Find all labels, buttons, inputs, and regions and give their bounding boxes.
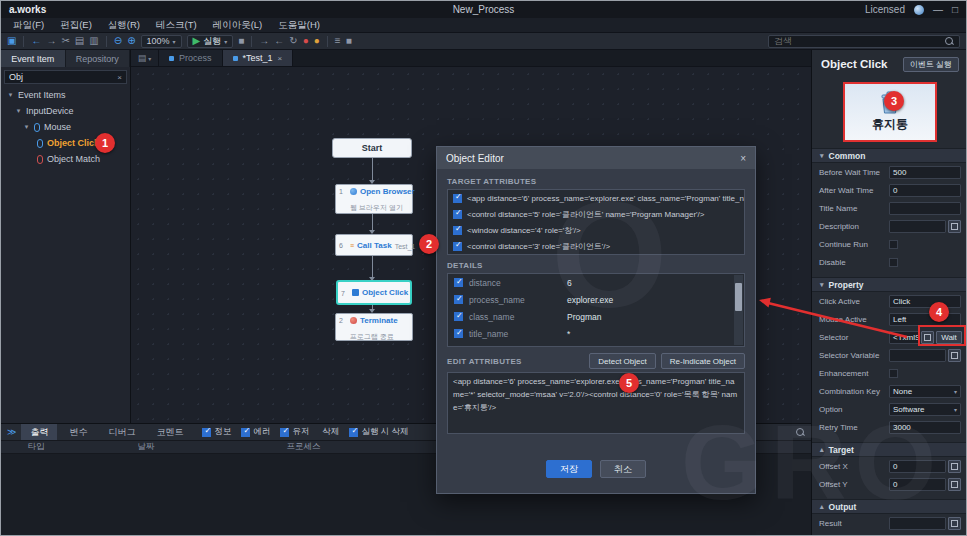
section-common[interactable]: ▾ Common	[812, 148, 967, 163]
node-terminate[interactable]: 2 Terminate 프로그램 종료	[335, 313, 413, 341]
target-attributes-list[interactable]: <app distance='6' process_name='explorer…	[447, 189, 745, 255]
detail-row[interactable]: class_name Progman	[448, 308, 744, 325]
save-button[interactable]: 저장	[546, 460, 592, 478]
refresh-icon[interactable]: ↻	[289, 36, 297, 46]
delete-log-button[interactable]: 삭제	[322, 426, 339, 438]
details-list[interactable]: distance 6 process_name explorer.exe cla…	[447, 273, 745, 347]
offset-x-input[interactable]: 0	[889, 460, 946, 473]
filter-info[interactable]: 정보	[202, 426, 231, 438]
run-event-button[interactable]: 이벤트 실행	[903, 57, 959, 72]
redo-icon[interactable]: →	[46, 36, 56, 46]
edit-attributes-textarea[interactable]: <app distance='6' process_name='explorer…	[447, 372, 745, 434]
node-call-task[interactable]: 6 ≡ Call Task Test_1	[335, 234, 413, 256]
close-icon[interactable]: ×	[740, 153, 746, 164]
tab-repository[interactable]: Repository	[66, 50, 131, 67]
checkbox[interactable]	[453, 242, 462, 251]
target-attr-row[interactable]: <control distance='5' role='클라이언트' name=…	[448, 206, 744, 222]
search-icon[interactable]	[945, 37, 954, 46]
offset-y-input[interactable]: 0	[889, 478, 946, 491]
zoom-in-icon[interactable]: ⊕	[127, 36, 135, 46]
menu-layout[interactable]: 레이아웃(L)	[205, 19, 271, 32]
tree-item-object-match[interactable]: Object Match	[1, 151, 130, 167]
zoom-level-dropdown[interactable]: 100% ▾	[141, 35, 182, 48]
menu-run[interactable]: 실행(R)	[100, 19, 148, 32]
zoom-out-icon[interactable]: ⊖	[114, 36, 122, 46]
checkbox[interactable]	[241, 428, 250, 437]
node-open-browser[interactable]: 1 Open Browser 웹 브라우저 열기	[335, 184, 413, 214]
tree-item-inputdevice[interactable]: ▾ InputDevice	[1, 103, 130, 119]
save-icon[interactable]: ▣	[7, 36, 16, 46]
step-into-icon[interactable]: ←	[274, 36, 284, 46]
tab-test1[interactable]: *Test_1 ×	[223, 50, 294, 66]
tree-expand-icon[interactable]: ▾	[15, 107, 22, 115]
step-over-icon[interactable]: →	[259, 36, 269, 46]
marker-icon[interactable]: ●	[314, 36, 320, 46]
record-icon[interactable]: ●	[303, 36, 309, 46]
global-search-box[interactable]	[768, 35, 960, 48]
global-search-input[interactable]	[774, 36, 945, 46]
stop-icon[interactable]: ■	[238, 36, 244, 46]
checkbox[interactable]	[454, 295, 463, 304]
menu-task[interactable]: 테스크(T)	[148, 19, 205, 32]
scrollbar-thumb[interactable]	[735, 283, 742, 311]
mouse-active-input[interactable]: Left	[889, 313, 961, 326]
layout-icon[interactable]: ■	[346, 36, 352, 46]
menu-help[interactable]: 도움말(H)	[270, 19, 328, 32]
expand-editor-icon[interactable]	[948, 460, 961, 473]
filter-error[interactable]: 에러	[241, 426, 270, 438]
title-name-input[interactable]	[889, 202, 961, 215]
detail-row[interactable]: process_name explorer.exe	[448, 291, 744, 308]
paste-icon[interactable]: ▥	[89, 36, 98, 46]
cut-icon[interactable]: ✂	[61, 36, 69, 46]
tab-comment[interactable]: 코멘트	[147, 424, 192, 440]
reindicate-object-button[interactable]: Re-Indicate Object	[661, 353, 745, 369]
checkbox[interactable]	[454, 312, 463, 321]
log-search-icon[interactable]	[796, 428, 805, 437]
checkbox[interactable]	[454, 278, 463, 287]
selector-input[interactable]: <TxmlSe	[889, 331, 919, 344]
copy-icon[interactable]: ▤	[75, 36, 84, 46]
tab-output[interactable]: 출력	[21, 424, 57, 440]
user-avatar[interactable]	[914, 5, 924, 15]
checkbox[interactable]	[453, 210, 462, 219]
disable-checkbox[interactable]	[889, 258, 898, 267]
click-active-input[interactable]: Click	[889, 295, 961, 308]
menu-edit[interactable]: 편집(E)	[52, 19, 100, 32]
tree-expand-icon[interactable]: ▾	[7, 91, 14, 99]
file-tab-menu[interactable]: ▤ ▾	[131, 50, 159, 66]
detail-row[interactable]: title_name *	[448, 325, 744, 342]
target-attr-row[interactable]: <control distance='3' role='클라이언트'/>	[448, 238, 744, 254]
run-button[interactable]: ▶ 실행 ▾	[187, 35, 234, 48]
expand-editor-icon[interactable]	[948, 517, 961, 530]
clear-search-icon[interactable]: ×	[117, 73, 122, 82]
maximize-icon[interactable]: □	[952, 4, 958, 15]
option-select[interactable]: Software ▾	[889, 403, 961, 416]
node-object-click[interactable]: 7 Object Click	[337, 281, 411, 304]
collapse-panel-icon[interactable]: ≫	[7, 427, 16, 437]
continue-run-checkbox[interactable]	[889, 240, 898, 249]
checkbox[interactable]	[202, 428, 211, 437]
combination-key-select[interactable]: None ▾	[889, 385, 961, 398]
description-input[interactable]	[889, 220, 946, 233]
checkbox[interactable]	[280, 428, 289, 437]
menu-file[interactable]: 파일(F)	[5, 19, 52, 32]
tree-item-event-items[interactable]: ▾ Event Items	[1, 87, 130, 103]
before-wait-time-input[interactable]: 500	[889, 166, 961, 179]
event-search-input[interactable]	[9, 72, 117, 82]
target-attr-row[interactable]: <app distance='6' process_name='explorer…	[448, 190, 744, 206]
expand-editor-icon[interactable]	[948, 349, 961, 362]
checkbox[interactable]	[453, 226, 462, 235]
align-icon[interactable]: ≡	[335, 36, 341, 46]
filter-delete-on-run[interactable]: 실행 시 삭제	[349, 426, 408, 438]
tree-item-mouse[interactable]: ▾ Mouse	[1, 119, 130, 135]
event-search-box[interactable]: ×	[4, 70, 127, 84]
checkbox[interactable]	[454, 329, 463, 338]
tab-process[interactable]: Process	[159, 50, 223, 66]
details-scrollbar[interactable]	[734, 275, 743, 345]
checkbox[interactable]	[349, 428, 358, 437]
cancel-button[interactable]: 취소	[600, 460, 646, 478]
expand-editor-icon[interactable]	[948, 220, 961, 233]
section-target[interactable]: ▴ Target	[812, 442, 967, 457]
retry-time-input[interactable]: 3000	[889, 421, 961, 434]
after-wait-time-input[interactable]: 0	[889, 184, 961, 197]
